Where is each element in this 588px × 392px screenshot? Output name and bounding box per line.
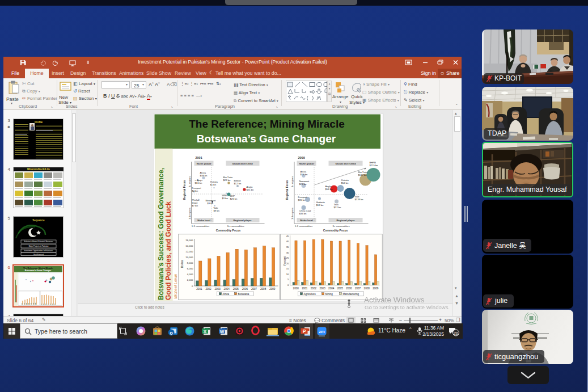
svg-text:2007: 2007 (251, 288, 257, 290)
svg-text:$4 bn: $4 bn (192, 189, 198, 192)
svg-text:Global diversified: Global diversified (335, 162, 356, 165)
svg-text:2003: 2003 (319, 287, 325, 290)
svg-text:Manufacturing: Manufacturing (342, 293, 359, 296)
svg-text:Good Policies, and Good Luck: Good Policies, and Good Luck (164, 201, 172, 300)
svg-text:$7 bn: $7 bn (192, 204, 198, 207)
svg-text:Mining: Mining (325, 293, 333, 296)
svg-text:1-3 regions: 1-3 regions (290, 208, 293, 220)
svg-text:16,000: 16,000 (185, 239, 193, 242)
svg-text:2002: 2002 (310, 287, 316, 290)
svg-text:$12 bn: $12 bn (333, 206, 341, 209)
svg-text:2001: 2001 (302, 287, 308, 290)
svg-text:3+ commodities: 3+ commodities (227, 225, 244, 227)
svg-text:Niche local: Niche local (197, 219, 210, 222)
svg-text:2009: 2009 (269, 288, 276, 290)
svg-text:10,000: 10,000 (185, 256, 193, 259)
svg-text:4,000: 4,000 (187, 273, 193, 276)
svg-text:$16 bn: $16 bn (194, 182, 202, 184)
svg-text:Niche global: Niche global (299, 162, 314, 165)
svg-text:Pakistan's Mineral Potential/: Pakistan's Mineral Potential/ Reserves (24, 241, 53, 243)
svg-text:$35 bn: $35 bn (299, 212, 306, 215)
svg-text:20: 20 (286, 262, 289, 265)
svg-text:Niche global: Niche global (196, 162, 211, 165)
svg-text:$1 bn: $1 bn (210, 183, 216, 186)
svg-text:1-3 commodities: 1-3 commodities (294, 225, 312, 227)
svg-text:$3 bn: $3 bn (222, 197, 228, 200)
svg-text:Michael Lewin: Michael Lewin (174, 274, 177, 299)
svg-text:3+ commodities: 3+ commodities (332, 225, 349, 227)
svg-text:Regional player: Regional player (336, 219, 354, 222)
svg-text:2008: 2008 (363, 287, 370, 290)
svg-text:35: 35 (286, 246, 289, 248)
svg-text:2007: 2007 (354, 287, 361, 290)
svg-text:Investment Opportunities In Pa: Investment Opportunities In Pakistan's (24, 249, 53, 251)
svg-text:10: 10 (286, 273, 289, 276)
svg-text:Botswana’s Success: Good Gover: Botswana’s Success: Good Governance, (156, 168, 164, 300)
svg-text:2002: 2002 (205, 288, 211, 290)
svg-text:Sequence: Sequence (32, 219, 45, 222)
svg-text:2006: 2006 (242, 288, 248, 290)
svg-text:30: 30 (286, 251, 289, 254)
svg-text:$21 bn: $21 bn (246, 188, 253, 191)
svg-text:Regional Focus: Regional Focus (285, 180, 288, 200)
svg-text:3+ regions: 3+ regions (290, 176, 293, 187)
svg-text:2009: 2009 (373, 287, 379, 290)
svg-text:Botswana: Botswana (238, 293, 249, 296)
svg-text:12,000: 12,000 (185, 250, 193, 253)
svg-text:Agriculture: Agriculture (303, 293, 316, 296)
svg-text:Minerals/Rock/Life: Minerals/Rock/Life (27, 168, 50, 171)
svg-text:Commodity Focus: Commodity Focus (323, 229, 348, 232)
svg-text:2005: 2005 (337, 287, 343, 290)
svg-text:2000: 2000 (293, 287, 299, 290)
svg-text:6,000: 6,000 (187, 267, 193, 270)
svg-text:1-3 regions: 1-3 regions (188, 208, 191, 220)
svg-text:P: P (303, 328, 306, 334)
svg-text:$3 bn: $3 bn (207, 202, 213, 205)
svg-text:3+ regions: 3+ regions (188, 176, 191, 187)
svg-text:$52 bn: $52 bn (341, 182, 348, 184)
svg-text:45: 45 (286, 235, 289, 238)
svg-text:2,000: 2,000 (187, 279, 193, 281)
svg-text:$35 bn: $35 bn (298, 199, 305, 201)
svg-text:$58 bn: $58 bn (325, 188, 332, 191)
svg-text:Botswana's Game Changer: Botswana's Game Changer (24, 269, 51, 272)
svg-text:2004: 2004 (328, 287, 335, 290)
svg-text:$12 bn: $12 bn (316, 204, 323, 206)
svg-text:2001: 2001 (195, 156, 202, 159)
svg-text:Dollars: Dollars (180, 259, 183, 268)
svg-text:2003: 2003 (214, 288, 221, 290)
svg-text:Commodity Focus: Commodity Focus (215, 229, 240, 232)
svg-text:2005: 2005 (232, 288, 239, 290)
svg-text:Regional player: Regional player (233, 219, 251, 222)
svg-text:8,000: 8,000 (187, 262, 193, 264)
svg-text:zm: zm (319, 329, 325, 334)
svg-text:$22 bn: $22 bn (223, 179, 230, 182)
svg-text:Regional Focus: Regional Focus (183, 180, 185, 200)
svg-text:$38 bn: $38 bn (200, 174, 207, 177)
svg-text:2009: 2009 (298, 156, 304, 159)
svg-text:15: 15 (286, 267, 289, 270)
svg-text:$137 bn: $137 bn (358, 174, 367, 176)
svg-text:X: X (204, 329, 207, 334)
svg-text:40: 40 (286, 240, 289, 243)
svg-text:$23 bn: $23 bn (299, 183, 306, 186)
svg-text:2001: 2001 (196, 288, 202, 290)
svg-text:1-3 commodities: 1-3 commodities (191, 225, 209, 227)
svg-text:$139 bn: $139 bn (354, 198, 363, 201)
svg-text:W: W (219, 329, 224, 334)
svg-text:2008: 2008 (260, 288, 266, 290)
svg-text:Percent: Percent (283, 256, 286, 265)
svg-text:o: o (170, 330, 173, 336)
svg-text:$215 bn: $215 bn (369, 164, 378, 167)
svg-text:Fast Forward: Fast Forward (33, 253, 44, 255)
svg-text:2006: 2006 (346, 287, 352, 290)
svg-text:$16 bn: $16 bn (300, 173, 307, 176)
svg-text:Global diversified: Global diversified (232, 162, 252, 165)
svg-text:$9 bn: $9 bn (213, 209, 219, 212)
svg-text:The Reference; Mining Miracle: The Reference; Mining Miracle (23, 267, 53, 269)
svg-text:Africa: Africa (222, 293, 229, 296)
svg-text:14,000: 14,000 (185, 245, 193, 247)
svg-text:25: 25 (286, 256, 289, 259)
svg-text:$26 bn: $26 bn (230, 197, 237, 200)
svg-text:$12 bn: $12 bn (234, 182, 241, 185)
